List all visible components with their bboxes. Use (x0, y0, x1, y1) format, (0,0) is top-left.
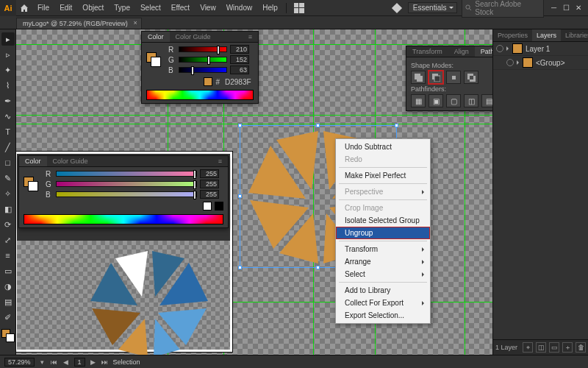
workspace-switcher[interactable]: Essentials (408, 2, 458, 13)
trim-button[interactable]: ▣ (429, 94, 443, 107)
color-swatch[interactable] (24, 177, 38, 191)
prev-artboard-button[interactable]: ◀ (62, 358, 70, 366)
context-item-collect-for-export[interactable]: Collect For Export (336, 297, 430, 309)
home-button[interactable] (16, 4, 32, 13)
tab-transform[interactable]: Transform (406, 46, 448, 57)
context-item-arrange[interactable]: Arrange (336, 255, 430, 268)
width-tool[interactable]: ≡ (1, 249, 15, 262)
minus-front-button[interactable] (429, 71, 443, 84)
context-item-add-to-library[interactable]: Add to Library (336, 284, 430, 297)
curvature-tool[interactable]: ∿ (1, 110, 15, 123)
visibility-toggle[interactable] (496, 45, 503, 52)
layer-name[interactable]: <Group> (536, 59, 564, 67)
rectangle-tool[interactable]: □ (1, 156, 15, 169)
first-artboard-button[interactable]: ⏮ (51, 358, 58, 366)
layer-row[interactable]: <Group> (493, 56, 588, 70)
divide-button[interactable]: ▦ (411, 94, 426, 107)
slider-b[interactable] (56, 191, 197, 197)
direct-selection-tool[interactable]: ▹ (1, 48, 15, 61)
disclosure-icon[interactable] (517, 60, 521, 65)
document-tab[interactable]: myLogo* @ 57.29% (RGB/Preview) × (16, 18, 142, 29)
value-b[interactable]: 255 (200, 190, 219, 199)
free-transform-tool[interactable]: ▭ (1, 264, 15, 277)
value-b[interactable]: 63 (230, 66, 249, 74)
tab-align[interactable]: Align (448, 46, 475, 57)
close-button[interactable]: ✕ (573, 4, 584, 12)
rotate-tool[interactable]: ⟳ (1, 218, 15, 231)
panel-menu-button[interactable]: ≡ (243, 32, 258, 42)
outline-button[interactable]: ▤ (481, 94, 492, 107)
color-spectrum[interactable] (146, 90, 254, 100)
tab-color[interactable]: Color (19, 156, 47, 166)
next-artboard-button[interactable]: ▶ (90, 358, 97, 366)
magic-wand-tool[interactable]: ✦ (1, 63, 15, 77)
context-item-undo-subtract[interactable]: Undo Subtract (336, 141, 430, 153)
visibility-toggle[interactable] (506, 59, 514, 66)
context-item-make-pixel-perfect[interactable]: Make Pixel Perfect (336, 169, 430, 182)
layer-row[interactable]: Layer 1 (493, 42, 588, 56)
slider-r[interactable] (56, 171, 197, 177)
value-g[interactable]: 152 (230, 55, 249, 64)
menu-effect[interactable]: Effect (166, 0, 195, 16)
layer-name[interactable]: Layer 1 (526, 45, 550, 53)
new-layer-button[interactable]: ＋ (562, 342, 573, 353)
tab-libraries[interactable]: Libraries (561, 29, 588, 41)
unite-button[interactable] (411, 71, 426, 84)
slider-r[interactable] (179, 46, 227, 52)
context-item-ungroup[interactable]: Ungroup (336, 227, 430, 239)
color-swatch[interactable] (146, 52, 161, 67)
maximize-button[interactable]: ☐ (561, 4, 571, 12)
delete-layer-button[interactable]: 🗑 (576, 342, 586, 353)
tab-pathfinder[interactable]: Pathfinder (475, 46, 492, 57)
selection-tool[interactable]: ▸ (1, 32, 15, 46)
tab-properties[interactable]: Properties (493, 29, 532, 41)
slider-b[interactable] (179, 67, 227, 73)
tab-color[interactable]: Color (142, 32, 170, 42)
context-item-transform[interactable]: Transform (336, 243, 430, 255)
zoom-dropdown-icon[interactable]: ▾ (39, 358, 46, 366)
menu-file[interactable]: File (32, 0, 54, 16)
paintbrush-tool[interactable]: ✎ (1, 171, 15, 185)
context-item-isolate-selected-group[interactable]: Isolate Selected Group (336, 214, 430, 227)
value-r[interactable]: 255 (200, 169, 219, 178)
crop-button[interactable]: ◫ (464, 94, 478, 107)
exclude-button[interactable] (464, 71, 478, 84)
menu-window[interactable]: Window (221, 0, 258, 16)
menu-object[interactable]: Object (77, 0, 109, 16)
merge-button[interactable]: ▢ (446, 94, 461, 107)
value-r[interactable]: 210 (230, 45, 249, 54)
lasso-tool[interactable]: ⌇ (1, 79, 15, 92)
new-sublayer-button[interactable]: ▭ (549, 342, 559, 353)
eraser-tool[interactable]: ◧ (1, 202, 15, 216)
eyedropper-tool[interactable]: ✐ (1, 311, 15, 324)
gradient-tool[interactable]: ▤ (1, 295, 15, 308)
context-item-export-selection[interactable]: Export Selection... (336, 309, 430, 322)
make-clipping-mask-button[interactable]: ◫ (536, 342, 546, 353)
arrange-documents-button[interactable] (294, 3, 304, 13)
shaper-tool[interactable]: ✧ (1, 187, 15, 200)
gpu-preview-icon[interactable] (392, 2, 402, 13)
menu-type[interactable]: Type (109, 0, 135, 16)
line-tool[interactable]: ╱ (1, 141, 15, 154)
panel-menu-button[interactable]: ≡ (212, 156, 228, 166)
locate-object-button[interactable]: ⌖ (523, 342, 533, 353)
menu-help[interactable]: Help (257, 0, 283, 16)
fill-stroke-swatch[interactable] (1, 329, 15, 342)
search-stock-input[interactable]: Search Adobe Stock (462, 0, 544, 18)
type-tool[interactable]: T (1, 125, 15, 138)
tab-layers[interactable]: Layers (532, 29, 561, 41)
context-item-select[interactable]: Select (336, 268, 430, 280)
menu-edit[interactable]: Edit (54, 0, 77, 16)
hex-input[interactable]: D2983F (223, 78, 254, 86)
menu-view[interactable]: View (195, 0, 221, 16)
scale-tool[interactable]: ⤢ (1, 233, 15, 247)
disclosure-icon[interactable] (506, 46, 511, 51)
zoom-field[interactable]: 57.29% (4, 358, 35, 367)
artboard-nav-field[interactable]: 1 (74, 358, 85, 367)
color-spectrum[interactable] (24, 214, 223, 224)
close-tab-button[interactable]: × (133, 19, 137, 26)
value-g[interactable]: 255 (200, 180, 219, 188)
slider-g[interactable] (179, 57, 227, 63)
tab-color-guide[interactable]: Color Guide (170, 32, 217, 42)
canvas-viewport[interactable]: Color Color Guide ≡ R210 G152 B63 # D298… (16, 29, 492, 355)
